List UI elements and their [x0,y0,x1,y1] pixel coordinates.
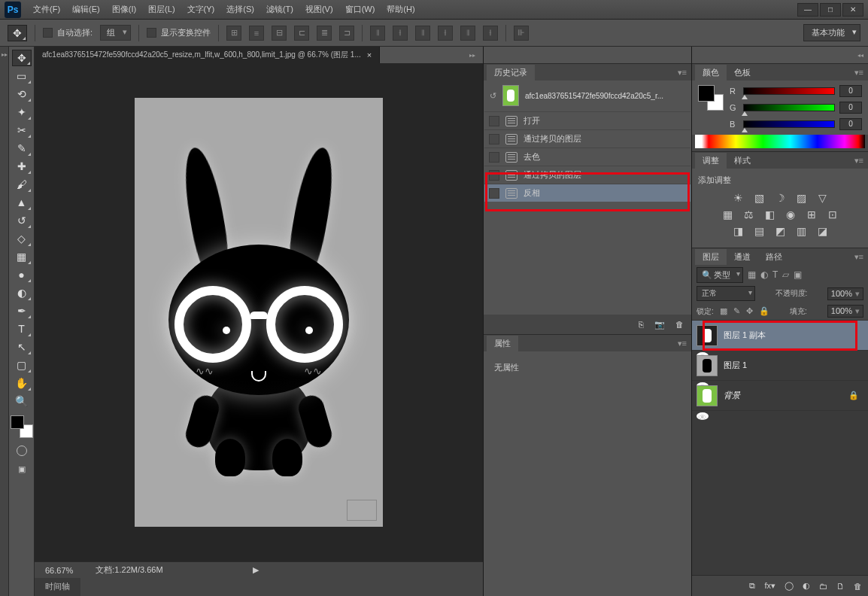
color-swatch[interactable] [698,85,724,111]
path-tool[interactable]: ↖ [12,339,32,355]
type-tool[interactable]: T [12,321,32,337]
screen-mode-toggle[interactable]: ▣ [12,461,32,477]
menu-filter[interactable]: 滤镜(T) [262,2,298,17]
tool-dock-edge[interactable]: ▸▸ [0,47,9,596]
threshold-icon[interactable]: ◩ [773,225,787,237]
panel-menu-icon[interactable]: ▾≡ [850,68,868,78]
link-icon[interactable]: ⧉ [749,581,755,591]
distribute-icon[interactable]: ⫲ [393,26,408,41]
checkbox-icon[interactable] [147,28,156,38]
history-item[interactable]: 反相 [484,184,690,202]
curves-icon[interactable]: ☽ [773,192,787,204]
foreground-color[interactable] [11,415,24,429]
camera-icon[interactable]: 📷 [654,320,665,330]
vibrance-icon[interactable]: ▽ [815,192,829,204]
properties-tab[interactable]: 属性 [487,336,518,351]
dodge-tool[interactable]: ◐ [12,284,32,301]
lock-position-icon[interactable]: ✥ [746,306,753,316]
menu-select[interactable]: 选择(S) [222,2,259,17]
panel-menu-icon[interactable]: ▾≡ [850,156,868,166]
history-tab[interactable]: 历史记录 [487,65,535,81]
filter-adjust-icon[interactable]: ◐ [760,269,768,280]
layer-thumbnail[interactable] [697,385,718,406]
layer-row[interactable]: 👁 图层 1 [692,351,868,381]
distribute-icon[interactable]: ⫴ [415,26,430,41]
fx-icon[interactable]: fx▾ [764,581,775,591]
align-icon[interactable]: ≣ [317,26,332,41]
posterize-icon[interactable]: ▤ [752,225,766,237]
align-icon[interactable]: ≡ [249,26,264,41]
minimize-button[interactable]: — [797,3,818,17]
styles-tab[interactable]: 样式 [727,153,758,169]
magic-wand-tool[interactable]: ✦ [12,104,32,120]
filter-smart-icon[interactable]: ▣ [794,269,802,280]
menu-help[interactable]: 帮助(H) [382,2,419,17]
invert-icon[interactable]: ◨ [731,225,745,237]
bw-icon[interactable]: ◧ [763,208,776,220]
crop-tool[interactable]: ✂ [12,122,32,138]
menu-layer[interactable]: 图层(L) [144,2,179,17]
pen-tool[interactable]: ✒ [12,303,32,319]
lock-pixels-icon[interactable]: ✎ [733,306,740,316]
channels-tab[interactable]: 通道 [727,249,758,265]
snapshot-icon[interactable]: ⎘ [639,320,644,329]
adjustments-tab[interactable]: 调整 [695,153,727,169]
filter-type-icon[interactable]: T [772,269,778,280]
g-value[interactable]: 0 [839,102,862,114]
adjustment-layer-icon[interactable]: ◐ [803,581,810,591]
quick-mask-toggle[interactable] [12,442,32,459]
menu-edit[interactable]: 编辑(E) [68,2,105,17]
menu-type[interactable]: 文字(Y) [183,2,220,17]
channel-mixer-icon[interactable]: ⊞ [805,208,818,220]
menu-window[interactable]: 窗口(W) [341,2,380,17]
brightness-icon[interactable]: ☀ [731,192,745,204]
stamp-tool[interactable]: ▲ [12,194,32,211]
lock-all-icon[interactable]: 🔒 [759,306,769,316]
move-tool-indicator[interactable]: ✥ [8,25,27,41]
group-icon[interactable]: 🗀 [819,582,827,591]
history-item[interactable]: 去色 [484,147,690,166]
menu-file[interactable]: 文件(F) [29,2,65,17]
align-icon[interactable]: ⊏ [294,26,309,41]
history-item[interactable]: 通过拷贝的图层 [484,166,690,184]
layer-row[interactable]: 👁 背景 🔒 [692,381,868,411]
r-slider[interactable] [743,87,835,95]
exposure-icon[interactable]: ▨ [794,192,808,204]
timeline-tab[interactable]: 时间轴 [35,578,80,596]
status-play-icon[interactable]: ▶ [253,565,259,575]
align-icon[interactable]: ⊞ [226,26,241,41]
layers-tab[interactable]: 图层 [695,249,727,265]
history-item[interactable]: 打开 [484,111,690,129]
layer-row[interactable]: 👁 图层 1 副本 [692,321,868,351]
align-icon[interactable]: ⊟ [272,26,287,41]
close-tab-icon[interactable]: × [367,50,372,59]
tab-overflow-icon[interactable]: ▸▸ [462,52,483,59]
paths-tab[interactable]: 路径 [758,249,790,265]
show-transform-option[interactable]: 显示变换控件 [147,27,211,38]
hand-tool[interactable]: ✋ [12,375,32,391]
layer-thumbnail[interactable] [697,355,718,376]
distribute-icon[interactable]: ⫲ [483,26,498,41]
workspace-dropdown[interactable]: 基本功能 [803,24,860,41]
auto-select-dropdown[interactable]: 组 [100,25,131,41]
shape-tool[interactable]: ▢ [12,357,32,373]
layer-name[interactable]: 背景 [724,390,740,401]
filter-pixel-icon[interactable]: ▦ [748,269,756,280]
mask-icon[interactable]: ◯ [785,581,794,591]
maximize-button[interactable]: □ [820,3,841,17]
layer-name[interactable]: 图层 1 副本 [724,330,766,341]
menu-view[interactable]: 视图(V) [301,2,338,17]
close-button[interactable]: ✕ [842,3,863,17]
trash-icon[interactable]: 🗑 [675,320,684,329]
gradient-map-icon[interactable]: ▥ [794,225,808,237]
zoom-tool[interactable]: 🔍 [12,393,32,409]
blur-tool[interactable]: ● [12,266,32,283]
selective-icon[interactable]: ◪ [815,225,829,237]
lookup-icon[interactable]: ⊡ [826,208,839,220]
collapse-icon[interactable]: ◂◂ [857,52,863,59]
arrange-icon[interactable]: ⊪ [514,26,529,41]
levels-icon[interactable]: ▧ [752,192,766,204]
history-item[interactable]: 通过拷贝的图层 [484,129,690,147]
fill-value[interactable]: 100%▾ [827,305,863,318]
panel-menu-icon[interactable]: ▾≡ [850,252,868,262]
